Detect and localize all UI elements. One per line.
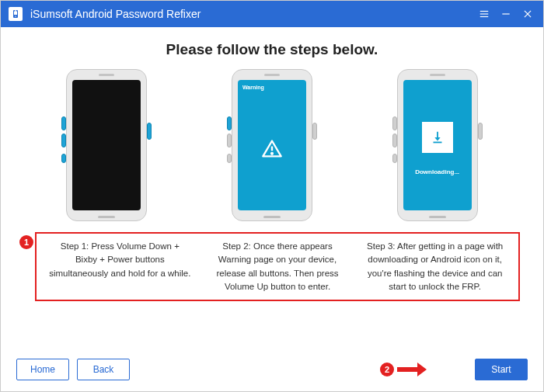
phone-frame: Downloading... [397,69,478,221]
app-logo-icon [9,7,23,21]
volume-up-icon [61,134,66,147]
close-button[interactable] [517,5,539,23]
svg-point-1 [15,16,16,16]
svg-rect-2 [14,12,17,16]
annotation-badge-1: 1 [19,235,33,249]
instruction-step-1: Step 1: Press Volume Down + Bixby + Powe… [41,240,199,293]
volume-down-icon [61,116,66,130]
annotation-arrow-icon [397,364,427,375]
power-button-icon [478,123,483,140]
home-button[interactable]: Home [16,359,69,380]
phone-screen-off [72,80,141,210]
bixby-button-icon [227,154,232,163]
start-button[interactable]: Start [475,359,528,380]
titlebar: iSumsoft Android Password Refixer [1,1,543,27]
back-button[interactable]: Back [77,359,130,380]
footer-bar: Home Back 2 Start [1,348,543,391]
warning-label: Warning [242,85,264,90]
volume-up-icon [392,134,397,147]
page-headline: Please follow the steps below. [16,41,528,58]
volume-down-icon [392,116,397,130]
minimize-button[interactable] [495,5,517,23]
phone-screen-warning: Warning [238,80,306,210]
annotation-2: 2 [380,363,427,376]
app-window: iSumsoft Android Password Refixer Please… [0,0,544,392]
instruction-step-2: Step 2: Once there appears Warning page … [199,240,357,293]
warning-triangle-icon [260,138,284,163]
power-button-icon [312,123,317,140]
phone-illustrations: Warning [24,69,520,226]
volume-down-icon [227,116,232,130]
instruction-step-3: Step 3: After getting in a page with dow… [356,240,514,293]
svg-rect-12 [433,141,441,143]
download-icon [422,122,453,153]
volume-up-icon [227,134,232,147]
svg-rect-3 [15,10,16,12]
svg-point-11 [271,153,273,154]
power-button-icon [147,123,152,140]
phone-frame [66,69,147,221]
instructions-box: 1 Step 1: Press Volume Down + Bixby + Po… [35,232,520,301]
app-title: iSumsoft Android Password Refixer [30,8,201,20]
phone-frame: Warning [232,69,312,221]
phone-step-1 [44,69,169,221]
bixby-button-icon [392,154,397,163]
annotation-badge-2: 2 [380,363,394,376]
bixby-button-icon [61,154,66,163]
phone-step-3: Downloading... [375,69,500,221]
downloading-label: Downloading... [403,168,472,175]
phone-step-2: Warning [210,69,334,221]
phone-screen-downloading: Downloading... [403,80,472,210]
content-area: Please follow the steps below. [1,27,543,348]
menu-button[interactable] [473,5,495,23]
